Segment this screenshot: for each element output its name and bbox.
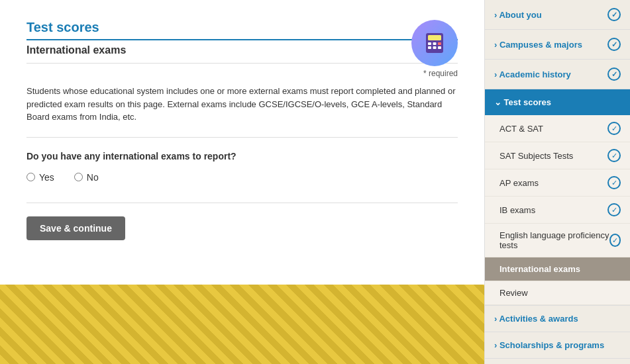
- sidebar-item-review-label: Review: [499, 288, 528, 298]
- save-continue-button[interactable]: Save & continue: [26, 216, 125, 240]
- sidebar-section-test-scores: ⌄ Test scores ACT & SAT ✓ SAT Subjects T…: [485, 89, 630, 306]
- check-icon-ib-exams: ✓: [607, 203, 621, 216]
- sidebar-item-review[interactable]: Review: [485, 281, 630, 305]
- radio-yes-label: Yes: [39, 172, 54, 183]
- radio-yes-input[interactable]: [26, 173, 35, 181]
- sidebar-label-activities: › Activities & awards: [494, 314, 578, 324]
- sidebar-header-about-you[interactable]: › About you ✓: [485, 0, 630, 29]
- sidebar-item-ib-exams-label: IB exams: [499, 205, 535, 215]
- check-icon-sat-subjects: ✓: [607, 149, 621, 162]
- svg-rect-3: [433, 42, 437, 45]
- sidebar-header-academic[interactable]: › Academic history ✓: [485, 60, 630, 89]
- sidebar-item-ap-exams-label: AP exams: [499, 178, 539, 188]
- svg-rect-5: [428, 46, 431, 49]
- sidebar-label-scholarships: › Scholarships & programs: [494, 340, 604, 350]
- radio-no[interactable]: No: [74, 172, 99, 183]
- sidebar-item-ib-exams[interactable]: IB exams ✓: [485, 197, 630, 224]
- sidebar-item-sat-subjects[interactable]: SAT Subjects Tests ✓: [485, 142, 630, 169]
- sidebar-section-academic: › Academic history ✓: [485, 60, 630, 89]
- sidebar-section-personal-insight: › Personal insight: [485, 359, 630, 364]
- sidebar-section-scholarships: › Scholarships & programs: [485, 332, 630, 359]
- sidebar-label-test-scores: ⌄ Test scores: [494, 97, 551, 107]
- page-title: Test scores: [26, 20, 458, 40]
- check-icon-ap-exams: ✓: [607, 176, 621, 189]
- svg-rect-2: [428, 42, 431, 45]
- sidebar-header-personal-insight[interactable]: › Personal insight: [485, 359, 630, 364]
- check-icon-academic: ✓: [607, 68, 621, 81]
- description-text: Students whose educational system includ…: [26, 85, 458, 138]
- sidebar-section-about-you: › About you ✓: [485, 0, 630, 30]
- check-icon-english-proficiency: ✓: [609, 234, 621, 247]
- svg-rect-6: [433, 46, 437, 49]
- check-icon-about-you: ✓: [607, 8, 621, 21]
- svg-rect-1: [428, 35, 441, 40]
- sidebar-header-scholarships[interactable]: › Scholarships & programs: [485, 332, 630, 358]
- sidebar-section-campuses: › Campuses & majors ✓: [485, 30, 630, 60]
- radio-group: Yes No: [26, 172, 458, 183]
- svg-rect-7: [438, 46, 441, 49]
- sidebar: › About you ✓ › Campuses & majors ✓ › Ac…: [484, 0, 630, 364]
- sidebar-item-act-sat[interactable]: ACT & SAT ✓: [485, 115, 630, 142]
- sidebar-label-academic: › Academic history: [494, 69, 571, 79]
- radio-no-input[interactable]: [74, 173, 83, 181]
- sidebar-section-activities: › Activities & awards: [485, 306, 630, 332]
- sidebar-item-english-proficiency-label: English language proficiency tests: [499, 230, 609, 250]
- sidebar-item-sat-subjects-label: SAT Subjects Tests: [499, 151, 573, 161]
- required-label: * required: [26, 63, 458, 78]
- divider: [26, 203, 458, 203]
- svg-rect-4: [438, 42, 441, 45]
- sidebar-header-campuses[interactable]: › Campuses & majors ✓: [485, 30, 630, 59]
- yellow-footer: [0, 285, 484, 364]
- sidebar-item-ap-exams[interactable]: AP exams ✓: [485, 169, 630, 197]
- page-subtitle: International exams: [26, 44, 458, 56]
- radio-yes[interactable]: Yes: [26, 172, 54, 183]
- avatar: [411, 20, 458, 66]
- sidebar-header-test-scores[interactable]: ⌄ Test scores: [485, 89, 630, 115]
- sidebar-label-campuses: › Campuses & majors: [494, 40, 582, 50]
- sidebar-item-international-exams-label: International exams: [499, 264, 580, 274]
- question-label: Do you have any international exams to r…: [26, 151, 458, 161]
- check-icon-act-sat: ✓: [607, 122, 621, 135]
- sidebar-item-english-proficiency[interactable]: English language proficiency tests ✓: [485, 224, 630, 257]
- avatar-container: [411, 20, 458, 66]
- main-content: Test scores International exams * requir…: [0, 0, 484, 364]
- sidebar-item-international-exams[interactable]: International exams: [485, 257, 630, 281]
- radio-no-label: No: [87, 172, 99, 183]
- sidebar-item-act-sat-label: ACT & SAT: [499, 124, 543, 134]
- sidebar-header-activities[interactable]: › Activities & awards: [485, 306, 630, 332]
- sidebar-label-about-you: › About you: [494, 10, 542, 20]
- check-icon-campuses: ✓: [607, 38, 621, 51]
- content-inner: Test scores International exams * requir…: [0, 0, 484, 285]
